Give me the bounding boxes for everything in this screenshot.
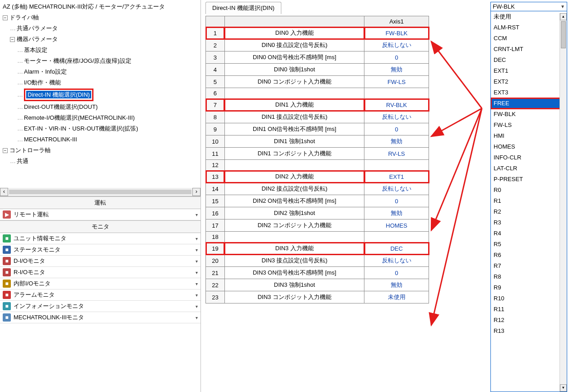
dropdown-option[interactable]: 未使用 (491, 11, 567, 22)
monitor-item[interactable]: ■アラームモニタ▾ (0, 289, 201, 301)
tree-common-param[interactable]: 共通パラメータ (17, 25, 58, 32)
dropdown-option[interactable]: ALM-RST (491, 22, 567, 33)
tree-item[interactable]: Direct-OUT機能選択(DOUT) (24, 103, 98, 110)
dropdown-option[interactable]: R12 (491, 315, 567, 326)
table-row[interactable]: 13DIN2 入力機能EXT1 (206, 171, 429, 183)
tree-item[interactable]: 基本設定 (24, 47, 47, 53)
dropdown-option[interactable]: EXT3 (491, 87, 567, 98)
table-row[interactable]: 11DIN1 コンポジット入力機能RV-LS (206, 148, 429, 160)
dropdown-option[interactable]: FREE (491, 98, 567, 109)
table-row[interactable]: 12 (206, 160, 429, 171)
tab-direct-in[interactable]: Direct-IN 機能選択(DIN) (205, 2, 281, 14)
tree-item[interactable]: MECHATROLINK-III (24, 136, 77, 143)
dropdown-option[interactable]: R1 (491, 196, 567, 206)
dropdown-option[interactable]: INFO-CLR (491, 152, 567, 163)
row-value[interactable]: 反転しない (364, 111, 429, 123)
table-row[interactable]: 22DIN3 強制1shot無効 (206, 279, 429, 291)
dropdown-option[interactable]: R11 (491, 304, 567, 315)
tree-controller-common[interactable]: 共通 (17, 158, 28, 164)
table-row[interactable]: 14DIN2 接点設定(信号反転)反転しない (206, 183, 429, 195)
expander-icon[interactable]: − (3, 15, 8, 20)
tree-item[interactable]: EXT-IN・VIR-IN・USR-OUT機能選択(拡張) (24, 125, 138, 132)
scroll-thumb[interactable] (561, 21, 566, 48)
dropdown-option[interactable]: R6 (491, 250, 567, 261)
scroll-up-button[interactable]: ▴ (560, 13, 567, 20)
monitor-item[interactable]: ■R-I/Oモニタ▾ (0, 267, 201, 278)
tree-item[interactable]: Alarm・Info設定 (24, 68, 67, 75)
table-row[interactable]: 10DIN1 強制1shot無効 (206, 135, 429, 148)
row-value[interactable]: RV-LS (364, 148, 429, 160)
table-row[interactable]: 7DIN1 入力機能RV-BLK (206, 99, 429, 111)
dropdown-option[interactable]: CRNT-LMT (491, 44, 567, 55)
table-row[interactable]: 19DIN3 入力機能DEC (206, 243, 429, 255)
parameter-tree[interactable]: AZ (多軸) MECHATROLINK-III対応 / モーター/アクチュエー… (0, 0, 201, 196)
dropdown-option[interactable]: R2 (491, 206, 567, 217)
row-value[interactable]: EXT1 (364, 171, 429, 183)
tree-driver-axis[interactable]: ドライバ軸 (9, 14, 39, 21)
dropdown-option[interactable]: R7 (491, 261, 567, 271)
dropdown-option[interactable]: FW-BLK (491, 109, 567, 120)
dropdown-option[interactable]: P-PRESET (491, 174, 567, 185)
tree-item[interactable]: モーター・機構(座標/JOG/原点復帰)設定 (24, 57, 131, 64)
row-value[interactable]: 0 (364, 195, 429, 207)
dropdown-scrollbar[interactable]: ▴ ▾ (560, 13, 567, 392)
monitor-item[interactable]: ■D-I/Oモニタ▾ (0, 256, 201, 267)
function-dropdown[interactable]: FW-BLK ▼ 未使用ALM-RSTCCMCRNT-LMTDECEXT1EXT… (490, 2, 567, 392)
table-row[interactable]: 20DIN3 接点設定(信号反転)反転しない (206, 255, 429, 267)
dropdown-option[interactable]: DEC (491, 55, 567, 65)
table-row[interactable]: 6 (206, 88, 429, 99)
scroll-left-button[interactable]: ‹ (0, 188, 8, 196)
expander-icon[interactable]: − (3, 148, 8, 153)
tree-item-selected[interactable]: Direct-IN 機能選択(DIN) (26, 91, 91, 98)
row-value[interactable]: HOMES (364, 219, 429, 232)
table-row[interactable]: 17DIN2 コンポジット入力機能HOMES (206, 219, 429, 232)
row-value[interactable]: 0 (364, 123, 429, 135)
tree-controller-axis[interactable]: コントローラ軸 (9, 147, 51, 154)
table-row[interactable]: 16DIN2 強制1shot無効 (206, 207, 429, 219)
table-row[interactable]: 5DIN0 コンポジット入力機能FW-LS (206, 76, 429, 88)
dropdown-option[interactable]: LAT-CLR (491, 163, 567, 174)
dropdown-option[interactable]: R9 (491, 282, 567, 293)
dropdown-option[interactable]: R3 (491, 217, 567, 228)
monitor-item[interactable]: ■内部I/Oモニタ▾ (0, 278, 201, 289)
dropdown-option[interactable]: R8 (491, 271, 567, 282)
table-row[interactable]: 2DIN0 接点設定(信号反転)反転しない (206, 39, 429, 51)
table-row[interactable]: 9DIN1 ON信号検出不感時間 [ms]0 (206, 123, 429, 135)
scroll-down-button[interactable]: ▾ (560, 384, 567, 392)
tree-hscroll[interactable]: ‹ › (0, 188, 201, 196)
row-value[interactable] (364, 232, 429, 243)
row-value[interactable]: 反転しない (364, 255, 429, 267)
dropdown-list[interactable]: 未使用ALM-RSTCCMCRNT-LMTDECEXT1EXT2EXT3FREE… (491, 11, 567, 392)
dropdown-option[interactable]: R0 (491, 185, 567, 196)
scroll-right-button[interactable]: › (192, 188, 201, 196)
dropdown-option[interactable]: R13 (491, 326, 567, 336)
tree-item[interactable]: Remote-I/O機能選択(MECHATROLINK-III) (24, 114, 135, 121)
dropdown-option[interactable]: EXT2 (491, 76, 567, 87)
row-value[interactable] (364, 160, 429, 171)
dropdown-option[interactable]: EXT1 (491, 65, 567, 76)
dropdown-option[interactable]: R10 (491, 293, 567, 304)
scroll-thumb[interactable] (9, 190, 191, 194)
row-value[interactable]: FW-BLK (364, 27, 429, 39)
row-value[interactable]: 無効 (364, 64, 429, 76)
tree-device-param[interactable]: 機器パラメータ (17, 36, 58, 42)
row-value[interactable]: 0 (364, 51, 429, 64)
table-row[interactable]: 23DIN3 コンポジット入力機能未使用 (206, 291, 429, 303)
dropdown-option[interactable]: HMI (491, 131, 567, 141)
tree-item[interactable]: I/O動作・機能 (24, 79, 61, 86)
dropdown-option[interactable]: HOMES (491, 141, 567, 152)
table-row[interactable]: 3DIN0 ON信号検出不感時間 [ms]0 (206, 51, 429, 64)
row-value[interactable]: 未使用 (364, 291, 429, 303)
remote-operation-item[interactable]: ▶ リモート運転 ▾ (0, 209, 201, 220)
row-value[interactable]: 反転しない (364, 183, 429, 195)
row-value[interactable]: RV-BLK (364, 99, 429, 111)
row-value[interactable]: 0 (364, 267, 429, 279)
table-row[interactable]: 18 (206, 232, 429, 243)
row-value[interactable] (364, 88, 429, 99)
table-row[interactable]: 15DIN2 ON信号検出不感時間 [ms]0 (206, 195, 429, 207)
dropdown-option[interactable]: R4 (491, 228, 567, 239)
row-value[interactable]: 無効 (364, 207, 429, 219)
dropdown-option[interactable]: FW-LS (491, 120, 567, 131)
dropdown-current[interactable]: FW-BLK ▼ (491, 2, 567, 11)
row-value[interactable]: FW-LS (364, 76, 429, 88)
